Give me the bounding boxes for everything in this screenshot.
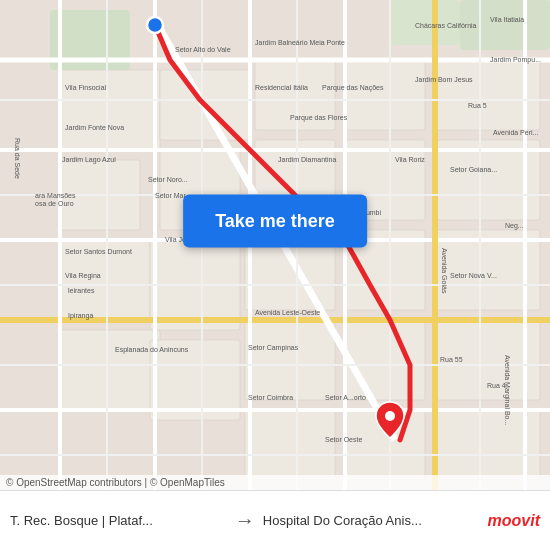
svg-point-50 bbox=[385, 411, 395, 421]
svg-text:Avenida Goiás: Avenida Goiás bbox=[441, 248, 448, 294]
svg-rect-7 bbox=[60, 330, 160, 410]
moovit-brand-text: moovit bbox=[488, 512, 540, 530]
svg-text:Jardim Balneário Meia Ponte: Jardim Balneário Meia Ponte bbox=[255, 39, 345, 46]
svg-text:Vila Finsocial: Vila Finsocial bbox=[65, 84, 107, 91]
svg-text:Neg...: Neg... bbox=[505, 222, 524, 230]
svg-text:Vila Regina: Vila Regina bbox=[65, 272, 101, 280]
svg-text:ara Mansões: ara Mansões bbox=[35, 192, 76, 199]
svg-text:Jardim Fonte Nova: Jardim Fonte Nova bbox=[65, 124, 124, 131]
svg-text:Avenida Peri...: Avenida Peri... bbox=[493, 129, 538, 136]
svg-text:Avenida Leste-Oeste: Avenida Leste-Oeste bbox=[255, 309, 320, 316]
svg-text:Ipiranga: Ipiranga bbox=[68, 312, 93, 320]
map-container: Setor Alto do Vale Jardim Balneário Meia… bbox=[0, 0, 550, 490]
svg-text:Jardim Lago Azul: Jardim Lago Azul bbox=[62, 156, 116, 164]
svg-text:Jardim Pompu...: Jardim Pompu... bbox=[490, 56, 541, 64]
svg-text:Jardim Diamantina: Jardim Diamantina bbox=[278, 156, 336, 163]
svg-text:Setor A...orto: Setor A...orto bbox=[325, 394, 366, 401]
svg-text:Esplanada do Anincuns: Esplanada do Anincuns bbox=[115, 346, 189, 354]
route-to-label: Hospital Do Coração Anis... bbox=[263, 513, 422, 528]
svg-rect-20 bbox=[345, 320, 425, 400]
svg-text:Rua 55: Rua 55 bbox=[440, 356, 463, 363]
moovit-logo: moovit bbox=[480, 512, 540, 530]
bottom-bar: T. Rec. Bosque | Plataf... → Hospital Do… bbox=[0, 490, 550, 550]
svg-text:Setor Campinas: Setor Campinas bbox=[248, 344, 299, 352]
svg-text:Setor Noro...: Setor Noro... bbox=[148, 176, 188, 183]
map-attribution: © OpenStreetMap contributors | © OpenMap… bbox=[0, 475, 550, 490]
svg-rect-17 bbox=[345, 60, 425, 130]
svg-text:Chácaras Califórnia: Chácaras Califórnia bbox=[415, 22, 477, 29]
route-from-label: T. Rec. Bosque | Plataf... bbox=[10, 513, 153, 528]
svg-text:Rua 4: Rua 4 bbox=[487, 382, 506, 389]
svg-text:leirantes: leirantes bbox=[68, 287, 95, 294]
svg-point-49 bbox=[147, 17, 163, 33]
svg-text:Avenida Marginal Bo...: Avenida Marginal Bo... bbox=[503, 355, 511, 425]
svg-text:Parque das Nações: Parque das Nações bbox=[322, 84, 384, 92]
svg-text:Residencial Itália: Residencial Itália bbox=[255, 84, 308, 91]
route-from: T. Rec. Bosque | Plataf... bbox=[10, 513, 227, 528]
route-arrow-icon: → bbox=[235, 509, 255, 532]
svg-text:Vila Itatiaia: Vila Itatiaia bbox=[490, 16, 524, 23]
svg-text:Rua da Sede: Rua da Sede bbox=[14, 138, 21, 179]
svg-text:Setor Nova V...: Setor Nova V... bbox=[450, 272, 497, 279]
svg-text:Rua 5: Rua 5 bbox=[468, 102, 487, 109]
svg-text:Setor Oeste: Setor Oeste bbox=[325, 436, 362, 443]
svg-rect-15 bbox=[245, 320, 335, 400]
route-arrow-container: → bbox=[227, 509, 263, 532]
svg-rect-4 bbox=[60, 70, 160, 150]
svg-text:Vila Roriz: Vila Roriz bbox=[395, 156, 425, 163]
svg-text:osa de Ouro: osa de Ouro bbox=[35, 200, 74, 207]
svg-text:Setor Goiana...: Setor Goiana... bbox=[450, 166, 497, 173]
svg-text:Setor Coimbra: Setor Coimbra bbox=[248, 394, 293, 401]
svg-rect-16 bbox=[245, 410, 335, 480]
route-to: Hospital Do Coração Anis... bbox=[263, 513, 480, 528]
take-me-there-button[interactable]: Take me there bbox=[183, 194, 367, 247]
svg-text:Parque das Flores: Parque das Flores bbox=[290, 114, 348, 122]
svg-text:Jardim Bom Jesus: Jardim Bom Jesus bbox=[415, 76, 473, 83]
svg-text:Setor Santos Dumont: Setor Santos Dumont bbox=[65, 248, 132, 255]
svg-text:Setor Alto do Vale: Setor Alto do Vale bbox=[175, 46, 231, 53]
